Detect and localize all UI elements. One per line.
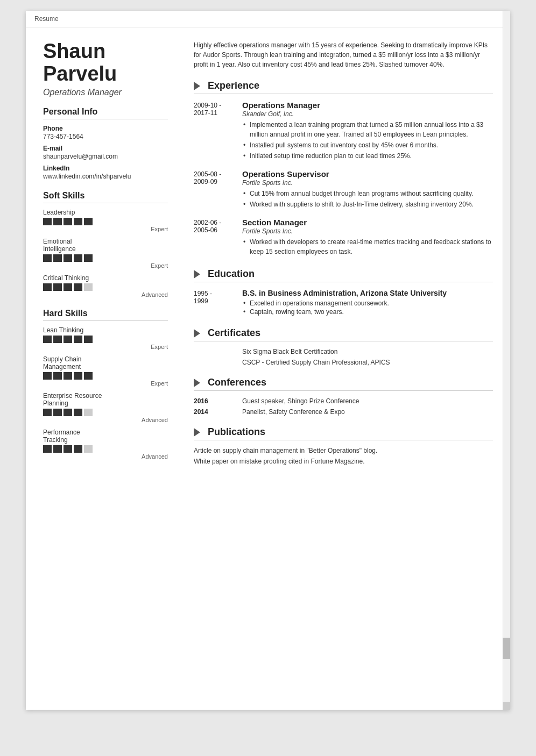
list-item: Implemented a lean training program that…	[242, 120, 493, 139]
skill-squares	[43, 409, 93, 416]
sq	[43, 336, 52, 343]
personal-info-section: Personal Info Phone 773-457-1564 E-mail …	[43, 107, 168, 180]
edu-title: B.S. in Business Administration, Arizona…	[242, 289, 493, 297]
exp-row-2: 2005-08 -2009-09 Operations Supervisor F…	[194, 169, 493, 210]
list-item: Worked with suppliers to shift to Just-I…	[242, 199, 493, 209]
skill-bar-row	[43, 445, 168, 453]
left-column: Shaun Parvelu Operations Manager Persona…	[43, 40, 183, 476]
exp-dates: 2005-08 -2009-09	[194, 169, 242, 210]
scrollbar-thumb[interactable]	[503, 638, 510, 659]
sq	[53, 445, 62, 453]
publications-heading-text: Publications	[208, 426, 265, 438]
sq-empty	[84, 445, 93, 453]
skill-name: PerformanceTracking	[43, 429, 168, 444]
sq	[84, 218, 93, 225]
skill-level: Expert	[43, 344, 168, 350]
exp-content: Operations Manager Skander Golf, Inc. Im…	[242, 101, 493, 162]
skill-level: Expert	[43, 262, 168, 269]
sq	[64, 283, 72, 291]
skill-level: Advanced	[43, 291, 168, 298]
linkedin-label: LinkedIn	[43, 165, 168, 172]
cert-item-1: Six Sigma Black Belt Certification	[194, 348, 493, 355]
skill-name: Lean Thinking	[43, 326, 168, 334]
sq	[74, 254, 82, 262]
skill-name: Leadership	[43, 209, 168, 216]
experience-heading: Experience	[194, 80, 493, 94]
certificates-section: Certificates Six Sigma Black Belt Certif…	[194, 327, 493, 366]
skill-level: Expert	[43, 226, 168, 232]
sq	[43, 283, 52, 291]
top-bar: Resume	[26, 11, 510, 27]
skill-name: Enterprise ResourcePlanning	[43, 392, 168, 407]
skill-lean-thinking: Lean Thinking Expert	[43, 326, 168, 350]
skill-erp: Enterprise ResourcePlanning Advanced	[43, 392, 168, 423]
exp-content: Section Manager Fortile Sports Inc. Work…	[242, 218, 493, 258]
skill-squares	[43, 218, 93, 225]
skill-squares	[43, 254, 93, 262]
scrollbar-track[interactable]	[503, 11, 510, 702]
list-item: Excelled in operations management course…	[242, 299, 493, 307]
exp-bullets: Cut 15% from annual budget through lean …	[242, 189, 493, 209]
education-heading-text: Education	[208, 268, 255, 280]
edu-dates: 1995 -1999	[194, 289, 242, 317]
skill-emotional-intelligence: EmotionalIntelligence Expert	[43, 238, 168, 269]
list-item: Initiated setup time reduction plan to c…	[242, 151, 493, 161]
sq	[74, 372, 82, 380]
edu-row-1: 1995 -1999 B.S. in Business Administrati…	[194, 289, 493, 317]
conf-row-2: 2014 Panelist, Safety Conference & Expo	[194, 408, 493, 416]
education-icon	[194, 270, 200, 279]
skill-critical-thinking: Critical Thinking Advanced	[43, 274, 168, 298]
sq	[74, 445, 82, 453]
skill-bar-row	[43, 254, 168, 262]
certificates-heading-text: Certificates	[208, 327, 260, 339]
skill-bar-row	[43, 372, 168, 380]
sq	[64, 409, 72, 416]
conferences-section: Conferences 2016 Guest speaker, Shingo P…	[194, 377, 493, 416]
sq	[74, 283, 82, 291]
name-section: Shaun Parvelu Operations Manager	[43, 40, 168, 97]
skill-squares	[43, 283, 93, 291]
pub-item-1: Article on supply chain management in "B…	[194, 447, 493, 454]
candidate-title: Operations Manager	[43, 88, 168, 97]
sq	[74, 218, 82, 225]
sq-empty	[84, 409, 93, 416]
conferences-heading-text: Conferences	[208, 377, 266, 388]
sq	[74, 336, 82, 343]
skill-supply-chain: Supply ChainManagement Expert	[43, 355, 168, 387]
email-value: shaunparvelu@gmail.com	[43, 153, 168, 160]
skill-name: EmotionalIntelligence	[43, 238, 168, 253]
exp-company: Fortile Sports Inc.	[242, 227, 493, 235]
skill-squares	[43, 372, 93, 380]
experience-icon	[194, 82, 200, 90]
sq	[53, 336, 62, 343]
skill-level: Advanced	[43, 453, 168, 460]
publications-heading: Publications	[194, 426, 493, 440]
exp-row-1: 2009-10 -2017-11 Operations Manager Skan…	[194, 101, 493, 162]
phone-value: 773-457-1564	[43, 133, 168, 140]
conferences-heading: Conferences	[194, 377, 493, 391]
experience-heading-text: Experience	[208, 80, 259, 91]
exp-job-title: Section Manager	[242, 218, 493, 227]
exp-job-title: Operations Manager	[242, 101, 493, 110]
scrollbar-corner	[503, 702, 510, 710]
skill-performance-tracking: PerformanceTracking Advanced	[43, 429, 168, 460]
sq	[53, 254, 62, 262]
skill-level: Advanced	[43, 417, 168, 423]
personal-info-heading: Personal Info	[43, 107, 168, 119]
conf-row-1: 2016 Guest speaker, Shingo Prize Confere…	[194, 397, 493, 405]
certificates-icon	[194, 329, 200, 338]
sq	[53, 372, 62, 380]
resume-page: Resume Shaun Parvelu Operations Manager …	[26, 11, 510, 710]
conf-year: 2016	[194, 397, 242, 405]
edu-content: B.S. in Business Administration, Arizona…	[242, 289, 493, 317]
pub-item-2: White paper on mistake proofing cited in…	[194, 458, 493, 465]
top-bar-label: Resume	[34, 15, 59, 23]
exp-job-title: Operations Supervisor	[242, 169, 493, 179]
skill-bar-row	[43, 336, 168, 343]
sq-empty	[84, 283, 93, 291]
skill-bar-row	[43, 283, 168, 291]
exp-content: Operations Supervisor Fortile Sports Inc…	[242, 169, 493, 210]
candidate-name: Shaun Parvelu	[43, 40, 168, 85]
sq	[53, 409, 62, 416]
sq	[64, 218, 72, 225]
